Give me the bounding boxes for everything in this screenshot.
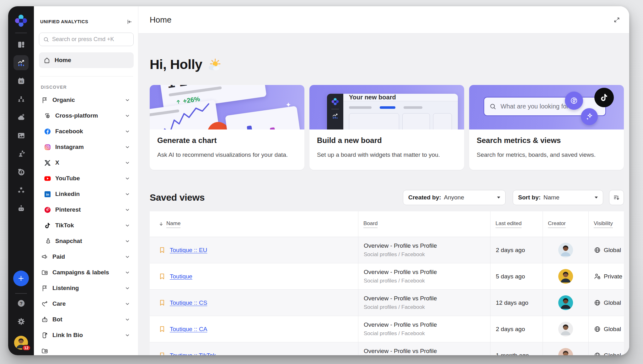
greeting-text: Hi, Holly (150, 57, 202, 72)
sidebar-item-facebook[interactable]: Facebook (39, 124, 134, 139)
flag-icon (41, 284, 48, 292)
sidebar-item-x[interactable]: X (39, 155, 134, 171)
chevron-down-icon[interactable] (124, 144, 131, 150)
sidebar-item-care[interactable]: Care (39, 296, 134, 312)
chevron-down-icon[interactable] (124, 222, 131, 229)
flag-icon (41, 96, 48, 104)
chevron-down-icon[interactable] (124, 113, 131, 119)
table-row[interactable]: Toutique :: CSOverview - Profile vs Prof… (150, 289, 624, 316)
board-title: Overview - Profile vs Profile (364, 321, 437, 328)
card-title: Search metrics & views (477, 136, 616, 145)
chevron-down-icon[interactable] (124, 316, 131, 323)
sidebar-item-snapchat[interactable]: Snapchat (39, 233, 134, 249)
rail-boards-icon[interactable] (13, 37, 29, 52)
chevron-down-icon[interactable] (124, 175, 131, 182)
page-title: Home (150, 15, 171, 25)
saved-views-title: Saved views (150, 192, 205, 203)
table-row[interactable]: Toutique :: TikTokOverview - Profile vs … (150, 342, 624, 355)
rail-community-icon[interactable] (13, 92, 29, 107)
crossplatform-icon (44, 112, 51, 119)
collapse-sidebar-icon[interactable] (124, 17, 134, 26)
column-header-name[interactable]: Name (150, 211, 358, 237)
sidebar-item-paid[interactable]: Paid (39, 249, 134, 265)
chevron-down-icon[interactable] (124, 128, 131, 135)
sidebar-item-pinterest[interactable]: Pinterest (39, 202, 134, 218)
instagram-icon (44, 143, 51, 151)
app-rail: 31 ? 12 (8, 6, 34, 355)
saved-view-link[interactable]: Toutique :: TikTok (170, 352, 216, 356)
main-panel: Home Hi, Holly 12 (138, 6, 629, 355)
main-header: Home (138, 6, 629, 34)
chevron-down-icon[interactable] (124, 207, 131, 213)
divider (40, 76, 133, 76)
ai-sparkle-badge-icon (581, 108, 598, 125)
build-board-card[interactable]: Your new board Build a new board Set up … (309, 85, 464, 170)
user-avatar[interactable]: 12 (14, 336, 28, 350)
sidebar-item-organic[interactable]: Organic (39, 92, 134, 108)
saved-view-link[interactable]: Toutique :: CA (170, 326, 207, 333)
saved-view-link[interactable]: Toutique :: CS (170, 299, 207, 306)
tiktok-badge-icon (594, 88, 614, 107)
create-button[interactable] (13, 271, 29, 286)
brand-logo-icon[interactable] (14, 14, 28, 28)
sidebar-item-listening[interactable]: Listening (39, 280, 134, 296)
table-row[interactable]: Toutique :: CAOverview - Profile vs Prof… (150, 316, 624, 342)
sidebar-item-youtube[interactable]: YouTube (39, 171, 134, 186)
expand-icon[interactable] (610, 13, 623, 26)
chevron-down-icon[interactable] (124, 97, 131, 103)
chevron-down-icon[interactable] (124, 254, 131, 260)
search-metrics-card[interactable]: What are you looking for? (469, 85, 624, 170)
rail-analytics-icon[interactable] (13, 55, 29, 70)
rail-imageic-icon[interactable] (13, 128, 29, 143)
rail-careRail-icon[interactable] (13, 164, 29, 179)
sidebar-item-home[interactable]: Home (39, 52, 134, 68)
chevron-down-icon[interactable] (124, 301, 131, 307)
chevron-down-icon[interactable] (124, 160, 131, 166)
rail-stars-icon[interactable] (13, 182, 29, 198)
sidebar-item-cross-platform[interactable]: Cross-platform (39, 108, 134, 124)
saved-view-link[interactable]: Toutique (170, 273, 192, 280)
sidebar-item-bot[interactable]: Bot (39, 312, 134, 327)
search-box[interactable] (39, 33, 134, 46)
rail-botRail-icon[interactable] (13, 201, 29, 216)
column-header-board[interactable]: Board (358, 211, 490, 237)
sort-direction-button[interactable] (609, 190, 624, 205)
sparkle-icon (284, 101, 292, 109)
sidebar-home-label: Home (55, 57, 71, 64)
chevron-down-icon[interactable] (124, 238, 131, 244)
created-by-dropdown[interactable]: Created by: Anyone (403, 190, 506, 205)
sidebar-item-campaigns-labels[interactable]: Campaigns & labels (39, 265, 134, 280)
last-edited: 12 days ago (490, 290, 543, 316)
chevron-down-icon[interactable] (124, 332, 131, 338)
home-icon (43, 57, 51, 64)
board-subtitle: Social profiles / Facebook (364, 251, 425, 258)
sidebar-item-tiktok[interactable]: TikTok (39, 218, 134, 233)
sort-by-dropdown[interactable]: Sort by: Name (513, 190, 603, 205)
settings-gear-icon[interactable] (13, 314, 29, 329)
sidebar-item-more[interactable] (39, 343, 134, 355)
rail-influencer-icon[interactable] (13, 146, 29, 161)
mini-logo-icon (331, 98, 339, 106)
chevron-down-icon[interactable] (124, 191, 131, 197)
globe-icon (594, 325, 601, 333)
generate-chart-card[interactable]: 12 +26% (150, 85, 304, 170)
column-header-creator[interactable]: Creator (543, 211, 589, 237)
sidebar-item-instagram[interactable]: Instagram (39, 139, 134, 155)
search-input[interactable] (52, 36, 130, 43)
chevron-down-icon[interactable] (124, 269, 131, 276)
person-lock-icon (594, 273, 601, 280)
bookmark-icon (158, 273, 166, 280)
rail-publish-icon[interactable] (13, 110, 29, 125)
bookmark-icon (158, 325, 166, 333)
help-button[interactable]: ? (13, 296, 29, 311)
table-row[interactable]: Toutique :: EUOverview - Profile vs Prof… (150, 237, 624, 263)
column-header-last-edited[interactable]: Last edited (490, 211, 543, 237)
rail-calendar-icon[interactable]: 31 (13, 73, 29, 88)
sidebar-item-link-in-bio[interactable]: Link In Bio (39, 327, 134, 343)
table-row[interactable]: ToutiqueOverview - Profile vs ProfileSoc… (150, 263, 624, 289)
chevron-down-icon[interactable] (124, 285, 131, 291)
sidebar-item-linkedin[interactable]: inLinkedin (39, 186, 134, 202)
heartplus-icon (41, 300, 48, 308)
saved-view-link[interactable]: Toutique :: EU (170, 247, 207, 254)
column-header-visibility[interactable]: Visibility (589, 211, 624, 237)
